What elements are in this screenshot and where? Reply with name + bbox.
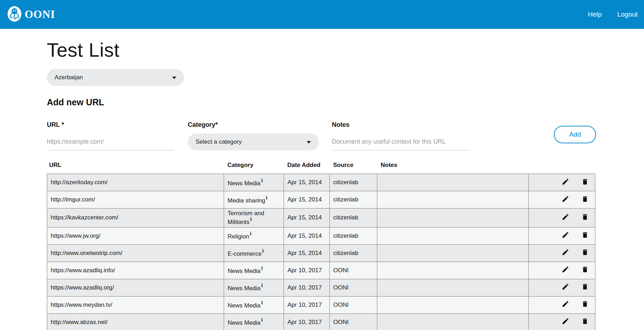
row-actions-cell xyxy=(529,313,595,330)
category-cell: E-commercei xyxy=(224,244,284,262)
url-field-label: URL * xyxy=(47,121,174,129)
source-cell: OONI xyxy=(330,296,377,313)
source-cell: citizenlab xyxy=(330,208,377,228)
url-table-row: https://www.azadliq.info/ News Mediai Ap… xyxy=(47,262,595,279)
top-navigation-bar: OONI Help Logout xyxy=(0,0,644,29)
date-added-cell: Apr 15, 2014 xyxy=(284,174,330,191)
source-cell: OONI xyxy=(330,279,377,296)
edit-icon[interactable] xyxy=(562,300,569,308)
category-info-icon[interactable]: i xyxy=(261,178,263,183)
category-cell: News Mediai xyxy=(224,174,284,191)
category-cell: News Mediai xyxy=(224,279,284,296)
row-actions-cell xyxy=(529,262,595,279)
url-cell: http://www.abzas.net/ xyxy=(47,313,224,330)
ooni-home-link[interactable]: OONI xyxy=(7,6,55,23)
logout-link[interactable]: Logout xyxy=(617,11,638,18)
page-title: Test List xyxy=(47,39,596,61)
category-select-value: Select a category xyxy=(196,138,242,145)
url-cell: https://www.jw.org/ xyxy=(47,227,224,244)
delete-icon[interactable] xyxy=(581,178,589,186)
edit-icon[interactable] xyxy=(562,248,569,256)
source-cell: OONI xyxy=(330,262,377,279)
category-info-icon[interactable]: i xyxy=(262,248,264,254)
date-added-cell: Apr 10, 2017 xyxy=(284,296,330,313)
row-actions-cell xyxy=(529,191,595,208)
url-table-row: https://www.jw.org/ Religioni Apr 15, 20… xyxy=(47,227,595,244)
url-table: URL Category Date Added Source Notes htt… xyxy=(47,162,595,330)
edit-icon[interactable] xyxy=(562,178,569,186)
date-added-cell: Apr 15, 2014 xyxy=(284,244,330,262)
country-select[interactable]: Azerbaijan xyxy=(47,69,184,86)
url-table-row: http://www.onetwotrip.com/ E-commercei A… xyxy=(47,244,595,262)
notes-cell xyxy=(377,208,529,228)
row-actions-cell xyxy=(529,174,595,191)
notes-field-label: Notes xyxy=(332,121,469,129)
edit-icon[interactable] xyxy=(562,266,569,273)
url-cell: https://www.azadliq.org/ xyxy=(47,279,224,296)
row-actions-cell xyxy=(529,296,595,313)
row-actions-cell xyxy=(529,244,595,262)
delete-icon[interactable] xyxy=(581,248,589,256)
source-cell: citizenlab xyxy=(330,174,377,191)
country-select-value: Azerbaijan xyxy=(55,74,83,81)
column-header-actions xyxy=(529,162,595,174)
row-actions-cell xyxy=(529,208,595,228)
test-list-page: Test List Azerbaijan Add new URL URL * C… xyxy=(0,29,644,330)
delete-icon[interactable] xyxy=(581,195,589,203)
help-link[interactable]: Help xyxy=(588,11,602,18)
add-url-form: URL * Category* Select a category Notes … xyxy=(47,121,596,150)
notes-cell xyxy=(377,174,529,191)
delete-icon[interactable] xyxy=(581,266,589,273)
notes-cell xyxy=(377,244,529,262)
url-cell: https://www.meydan.tv/ xyxy=(47,296,224,313)
url-input[interactable] xyxy=(47,133,174,150)
category-info-icon[interactable]: i xyxy=(261,282,263,288)
category-cell: Terrorism and Militantsi xyxy=(224,208,284,228)
notes-input[interactable] xyxy=(332,133,469,150)
edit-icon[interactable] xyxy=(562,317,569,325)
edit-icon[interactable] xyxy=(562,231,569,239)
source-cell: OONI xyxy=(330,313,377,330)
date-added-cell: Apr 10, 2017 xyxy=(284,262,330,279)
category-select[interactable]: Select a category xyxy=(188,133,319,150)
notes-cell xyxy=(377,296,529,313)
category-info-icon[interactable]: i xyxy=(261,265,263,271)
notes-cell xyxy=(377,191,529,208)
chevron-down-icon xyxy=(172,74,177,81)
date-added-cell: Apr 10, 2017 xyxy=(284,279,330,296)
delete-icon[interactable] xyxy=(581,231,589,239)
edit-icon[interactable] xyxy=(562,283,569,291)
delete-icon[interactable] xyxy=(581,317,589,325)
category-info-icon[interactable]: i xyxy=(250,231,251,236)
category-cell: Religioni xyxy=(224,227,284,244)
column-header-date-added: Date Added xyxy=(284,162,330,174)
delete-icon[interactable] xyxy=(581,213,589,221)
edit-icon[interactable] xyxy=(562,195,569,203)
edit-icon[interactable] xyxy=(562,213,569,221)
category-cell: News Mediai xyxy=(224,313,284,330)
url-table-row: https://www.azadliq.org/ News Mediai Apr… xyxy=(47,279,595,296)
url-table-row: http://azeritoday.com/ News Mediai Apr 1… xyxy=(47,174,595,191)
url-table-row: http://www.abzas.net/ News Mediai Apr 10… xyxy=(47,313,595,330)
url-cell: https://kavkazcenter.com/ xyxy=(47,208,224,228)
category-cell: News Mediai xyxy=(224,262,284,279)
add-new-url-heading: Add new URL xyxy=(47,97,596,107)
url-table-row: https://kavkazcenter.com/ Terrorism and … xyxy=(47,208,595,228)
category-cell: News Mediai xyxy=(224,296,284,313)
add-url-button[interactable]: Add xyxy=(554,126,596,143)
delete-icon[interactable] xyxy=(581,300,589,308)
column-header-url: URL xyxy=(47,162,224,174)
delete-icon[interactable] xyxy=(581,283,589,291)
category-info-icon[interactable]: i xyxy=(261,300,263,305)
url-field-group: URL * xyxy=(47,121,174,150)
category-field-group: Category* Select a category xyxy=(188,121,319,150)
category-info-icon[interactable]: i xyxy=(250,216,252,222)
top-nav-links: Help Logout xyxy=(588,11,638,18)
url-table-row: http://imgur.com/ Media sharingi Apr 15,… xyxy=(47,191,595,208)
category-info-icon[interactable]: i xyxy=(266,195,267,200)
category-info-icon[interactable]: i xyxy=(261,317,263,323)
notes-cell xyxy=(377,227,529,244)
url-cell: http://imgur.com/ xyxy=(47,191,224,208)
chevron-down-icon xyxy=(306,138,311,145)
column-header-source: Source xyxy=(330,162,377,174)
